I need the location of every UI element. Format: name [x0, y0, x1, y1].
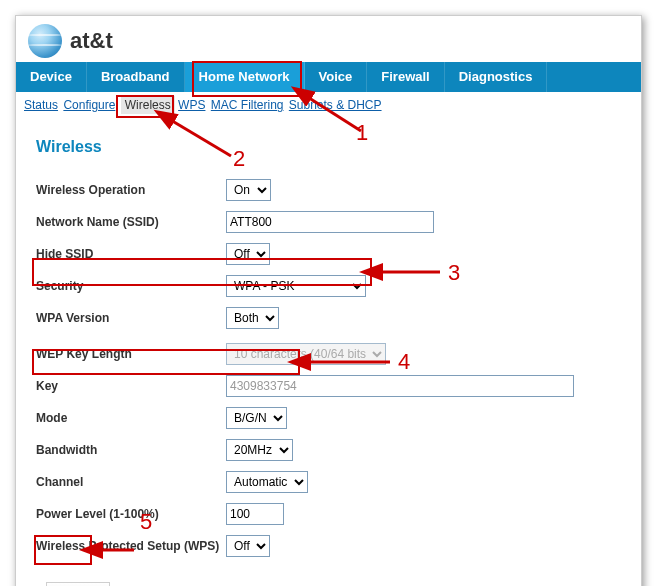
primary-nav: Device Broadband Home Network Voice Fire…	[16, 62, 641, 92]
tab-home-network[interactable]: Home Network	[185, 62, 305, 92]
label-hide-ssid: Hide SSID	[36, 247, 226, 261]
tab-diagnostics[interactable]: Diagnostics	[445, 62, 548, 92]
select-channel[interactable]: Automatic	[226, 471, 308, 493]
select-security[interactable]: WPA - PSK	[226, 275, 366, 297]
subnav-status[interactable]: Status	[24, 98, 58, 112]
select-wpa-version[interactable]: Both	[226, 307, 279, 329]
select-wireless-operation[interactable]: On	[226, 179, 271, 201]
label-wps: Wireless Protected Setup (WPS)	[36, 539, 226, 553]
tab-voice[interactable]: Voice	[305, 62, 368, 92]
tab-device[interactable]: Device	[16, 62, 87, 92]
label-power-level: Power Level (1-100%)	[36, 507, 226, 521]
subnav-configure[interactable]: Configure	[63, 98, 115, 112]
page-title: Wireless	[36, 138, 621, 156]
subnav-wps[interactable]: WPS	[178, 98, 205, 112]
subnav-mac-filtering[interactable]: MAC Filtering	[211, 98, 284, 112]
input-key[interactable]	[226, 375, 574, 397]
tab-firewall[interactable]: Firewall	[367, 62, 444, 92]
input-power-level[interactable]	[226, 503, 284, 525]
select-wps[interactable]: Off	[226, 535, 270, 557]
label-wireless-operation: Wireless Operation	[36, 183, 226, 197]
select-hide-ssid[interactable]: Off	[226, 243, 270, 265]
label-wpa-version: WPA Version	[36, 311, 226, 325]
save-button[interactable]: Save	[46, 582, 110, 586]
subnav-wireless[interactable]: Wireless	[121, 96, 175, 114]
brand-text: at&t	[70, 28, 113, 54]
att-globe-icon	[28, 24, 62, 58]
brand-header: at&t	[16, 16, 641, 62]
select-bandwidth[interactable]: 20MHz	[226, 439, 293, 461]
select-mode[interactable]: B/G/N	[226, 407, 287, 429]
tab-broadband[interactable]: Broadband	[87, 62, 185, 92]
label-wep-key-length: WEP Key Length	[36, 347, 226, 361]
label-key: Key	[36, 379, 226, 393]
label-bandwidth: Bandwidth	[36, 443, 226, 457]
select-wep-key-length: 10 characters (40/64 bits)	[226, 343, 386, 365]
label-ssid: Network Name (SSID)	[36, 215, 226, 229]
label-channel: Channel	[36, 475, 226, 489]
subnav-subnets-dhcp[interactable]: Subnets & DHCP	[289, 98, 382, 112]
label-security: Security	[36, 279, 226, 293]
label-mode: Mode	[36, 411, 226, 425]
input-ssid[interactable]	[226, 211, 434, 233]
sub-nav: Status Configure Wireless WPS MAC Filter…	[16, 92, 641, 120]
